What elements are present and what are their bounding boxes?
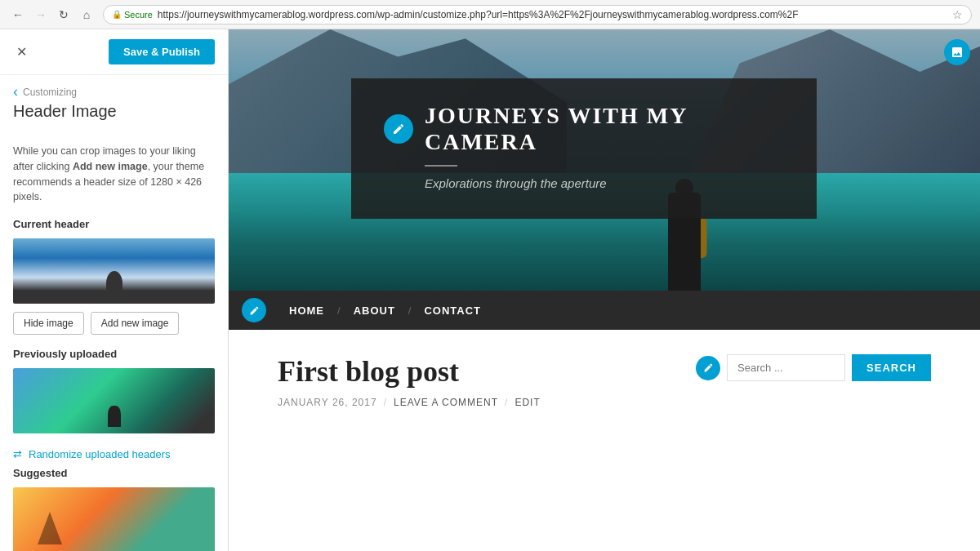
back-button[interactable]: ← (8, 5, 28, 24)
randomize-headers-button[interactable]: ⇄ Randomize uploaded headers (13, 442, 215, 467)
nav-about[interactable]: ABOUT (341, 291, 408, 330)
reload-button[interactable]: ↻ (54, 5, 74, 24)
breadcrumb: ‹ Customizing (0, 75, 228, 100)
edit-title-button[interactable] (384, 114, 413, 144)
image-icon (951, 46, 964, 59)
home-button[interactable]: ⌂ (77, 5, 96, 24)
post-title: First blog post (278, 354, 671, 389)
blog-header: JOURNEYS WITH MY CAMERA Explorations thr… (229, 29, 980, 291)
header-action-buttons: Hide image Add new image (13, 312, 215, 335)
randomize-label: Randomize uploaded headers (29, 448, 170, 460)
suggested-label: Suggested (13, 467, 215, 479)
nav-home[interactable]: HOME (276, 291, 337, 330)
bookmark-icon[interactable]: ☆ (952, 8, 963, 21)
pencil-icon-search (703, 362, 714, 373)
header-image-edit-button[interactable] (944, 39, 970, 65)
secure-badge: 🔒 Secure (112, 10, 153, 20)
blog-title: JOURNEYS WITH MY CAMERA (425, 103, 784, 155)
sidebar-resize-handle[interactable] (225, 29, 228, 551)
save-publish-button[interactable]: Save & Publish (109, 39, 215, 64)
pencil-icon (392, 122, 405, 136)
leave-comment-link[interactable]: LEAVE A COMMENT (394, 397, 498, 408)
blog-title-divider (425, 165, 457, 167)
edit-search-button[interactable] (696, 356, 720, 380)
current-header-label: Current header (13, 218, 215, 230)
search-row: SEARCH (696, 354, 931, 381)
sidebar-top-bar: ✕ Save & Publish (0, 29, 228, 75)
edit-post-link[interactable]: EDIT (514, 397, 540, 408)
lock-icon: 🔒 (112, 10, 122, 19)
current-header-thumbnail (13, 238, 215, 304)
meta-separator-1: / (384, 397, 387, 408)
post-date: JANUARY 26, 2017 (278, 397, 377, 408)
search-input[interactable] (727, 354, 845, 381)
browser-nav-buttons: ← → ↻ ⌂ (8, 5, 96, 24)
blog-content: First blog post JANUARY 26, 2017 / LEAVE… (229, 330, 980, 433)
preview-area: JOURNEYS WITH MY CAMERA Explorations thr… (229, 29, 980, 551)
info-text: While you can crop images to your liking… (13, 144, 215, 205)
pencil-icon-nav (249, 305, 260, 316)
blog-nav: HOME / ABOUT / CONTACT (229, 291, 980, 330)
suggested-thumbnail-1[interactable] (13, 487, 215, 551)
search-button[interactable]: SEARCH (852, 354, 931, 381)
edit-nav-button[interactable] (242, 298, 266, 322)
section-title: Header Image (0, 100, 228, 132)
add-new-image-link[interactable]: Add new image (73, 161, 148, 172)
address-bar[interactable]: 🔒 Secure https://journeyswithmycamerablo… (103, 5, 972, 24)
post-meta: JANUARY 26, 2017 / LEAVE A COMMENT / EDI… (278, 397, 671, 408)
sidebar-content: While you can crop images to your liking… (0, 132, 228, 551)
uploaded-thumbnail[interactable] (13, 368, 215, 433)
browser-chrome: ← → ↻ ⌂ 🔒 Secure https://journeyswithmyc… (0, 0, 980, 29)
forward-button[interactable]: → (31, 5, 51, 24)
nav-contact[interactable]: CONTACT (411, 291, 494, 330)
url-text: https://journeyswithmycamerablog.wordpre… (158, 9, 799, 20)
blog-tagline: Explorations through the aperture (425, 176, 607, 190)
blog-title-row: JOURNEYS WITH MY CAMERA (384, 103, 784, 155)
hide-image-button[interactable]: Hide image (13, 312, 84, 335)
customizer-sidebar: ✕ Save & Publish ‹ Customizing Header Im… (0, 29, 229, 551)
header-overlay: JOURNEYS WITH MY CAMERA Explorations thr… (351, 78, 817, 219)
blog-main: First blog post JANUARY 26, 2017 / LEAVE… (278, 354, 671, 408)
main-layout: ✕ Save & Publish ‹ Customizing Header Im… (0, 29, 980, 551)
breadcrumb-back-button[interactable]: ‹ (13, 83, 18, 100)
meta-separator-2: / (505, 397, 508, 408)
blog-sidebar-right: SEARCH (696, 354, 931, 408)
previously-uploaded-label: Previously uploaded (13, 348, 215, 360)
close-customizer-button[interactable]: ✕ (13, 41, 30, 63)
add-new-image-button[interactable]: Add new image (91, 312, 180, 335)
secure-label: Secure (124, 10, 153, 20)
randomize-icon: ⇄ (13, 448, 22, 460)
breadcrumb-label: Customizing (23, 87, 77, 98)
